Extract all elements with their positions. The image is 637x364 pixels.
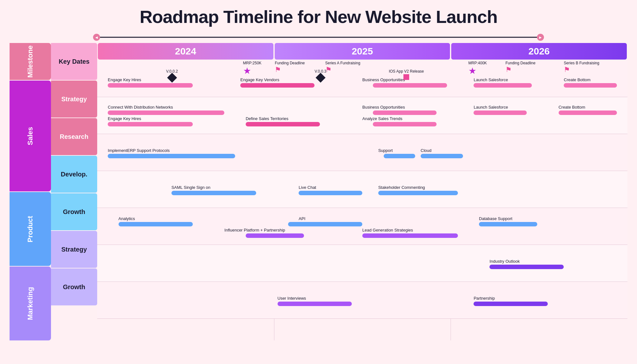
bar-connect-distribution [108,111,224,115]
subcategory-product-develop: Develop. [51,156,97,193]
bar-biz-opp-sales [373,111,437,115]
label-connect-distribution: Connect With Distribution Networks [108,105,173,110]
label-engage-key-vendors: Engage Key Vendors [240,77,279,82]
bar-analytics [119,222,193,226]
flag-icon-2026: ⚑ [505,66,512,74]
label-api: API [299,216,305,221]
label-database-support: Database Support [479,216,512,221]
rows-area: Engage Key Hires Engage Key Vendors Busi… [97,60,627,340]
bar-define-sales-territories [246,122,320,126]
milestone-series-b: Series B Fundraising ⚑ [564,61,599,74]
label-stakeholder-commenting: Stakeholder Commenting [378,185,425,190]
category-milestone: Milestone [10,43,51,80]
subcategory-sales-strategy: Strategy [51,81,97,118]
bar-analyze-sales-trends [373,122,437,126]
label-industry-outlook: Industry Outlook [489,259,520,264]
bar-support [384,154,416,158]
label-create-bottom-milestone: Create Bottom [564,77,590,82]
row-sales-strategy: Connect With Distribution Networks Busin… [97,97,627,134]
bar-implement-erp [108,154,235,158]
row-marketing-strategy: Industry Outlook [97,245,627,282]
bar-stakeholder-commenting [378,191,458,195]
bar-cloud [421,154,463,158]
timeline-arrow-left[interactable]: ◄ [93,34,100,41]
milestone-v003: V.0.0.3 [315,69,326,81]
bar-industry-outlook [489,265,564,269]
label-influencer: Influencer Platform + Partnership [224,228,285,232]
category-sales: Sales [10,81,51,191]
label-engage-key-hires: Engage Key Hires [108,77,141,82]
page-title: Roadmap Timeline for New Website Launch [10,6,627,27]
row-product-growth: Analytics API Database Support Influence… [97,208,627,245]
category-col: Milestone Sales Product Marketing [10,43,51,340]
page: Roadmap Timeline for New Website Launch … [0,0,637,364]
milestone-funding-deadline-2026: Funding Deadline ⚑ [505,61,535,74]
label-implement-erp: ImplementERP Support Protocols [108,148,170,153]
bar-user-interviews [278,302,352,306]
label-create-bottom-sales: Create Bottom [559,105,585,110]
flag-icon-2024: ⚑ [275,66,281,74]
chart-area: 2024 2025 2026 Engage Key Hires [97,43,627,340]
label-analytics: Analytics [119,216,135,221]
milestone-mrp250k: MRP:250K ★ [243,61,262,76]
milestone-v002: V.0.0.2 [166,69,178,81]
row-marketing-growth: User Interviews Partnership [97,282,627,319]
label-define-sales-territories: Define Sales Territories [246,116,288,121]
bar-create-bottom-sales [559,111,617,115]
year-2026: 2026 [451,43,627,60]
bar-live-chat [299,191,362,195]
bar-launch-salesforce-milestone [474,83,532,88]
label-user-interviews: User Interviews [278,296,306,301]
category-marketing: Marketing [10,267,51,340]
row-sales-research: ImplementERP Support Protocols Support C… [97,134,627,171]
milestone-funding-deadline-2024: Funding Deadline ⚑ [275,61,305,74]
flag-icon-series-a: ⚑ [325,66,332,74]
label-partnership: Partnership [474,296,495,301]
label-saml: SAML Single Sign on [171,185,210,190]
bar-saml [171,191,256,195]
bar-database-support [479,222,537,226]
bar-partnership [474,302,548,306]
subcategory-marketing-growth: Growth [51,268,97,305]
label-analyze-sales-trends: Analyze Sales Trends [362,116,402,121]
timeline-line [96,37,541,38]
milestone-series-a: Series A Fundraising ⚑ [325,61,360,74]
star-icon-400k: ★ [468,66,476,76]
label-support: Support [378,148,393,153]
row-product-develop: SAML Single Sign on Live Chat Stakeholde… [97,171,627,208]
subcategory-col: Key Dates Strategy Research Develop. Gro… [51,43,97,340]
bar-api [288,222,362,226]
row-key-dates: Engage Key Hires Engage Key Vendors Busi… [97,60,627,97]
category-product: Product [10,192,51,266]
label-launch-salesforce-milestone: Launch Salesforce [474,77,508,82]
grid-container: Milestone Sales Product Marketing Key Da… [10,43,627,340]
label-engage-key-hires-sales: Engage Key Hires [108,116,141,121]
timeline-arrow-right[interactable]: ► [537,34,544,41]
bar-engage-key-hires-sales [108,122,192,126]
year-2025: 2025 [275,43,450,60]
bar-lead-generation [362,233,458,238]
milestone-mrp400k: MRP:400K ★ [468,61,487,76]
bar-engage-key-vendors [240,83,315,88]
milestone-ios-v2: IOS App V2 Release [389,69,424,80]
bar-influencer [246,233,304,238]
star-icon-250k: ★ [243,66,251,76]
flag-icon-series-b: ⚑ [564,66,570,74]
bar-launch-salesforce-sales [474,111,526,115]
label-lead-generation: Lead Generation Strategies [362,228,413,232]
bar-business-opp-milestone [373,83,447,88]
year-header: 2024 2025 2026 [97,43,627,60]
label-launch-salesforce-sales: Launch Salesforce [474,105,508,110]
bar-engage-key-hires [108,83,192,88]
subcategory-product-growth: Growth [51,193,97,230]
timeline-bar: ◄ ► [96,33,541,42]
label-cloud: Cloud [421,148,431,153]
label-biz-opp-sales: Business Opportunities [362,105,405,110]
label-live-chat: Live Chat [299,185,316,190]
subcategory-key-dates: Key Dates [51,43,97,80]
bar-create-bottom-milestone [564,83,617,88]
year-2024: 2024 [98,43,273,60]
subcategory-marketing-strategy: Strategy [51,231,97,268]
subcategory-sales-research: Research [51,118,97,155]
